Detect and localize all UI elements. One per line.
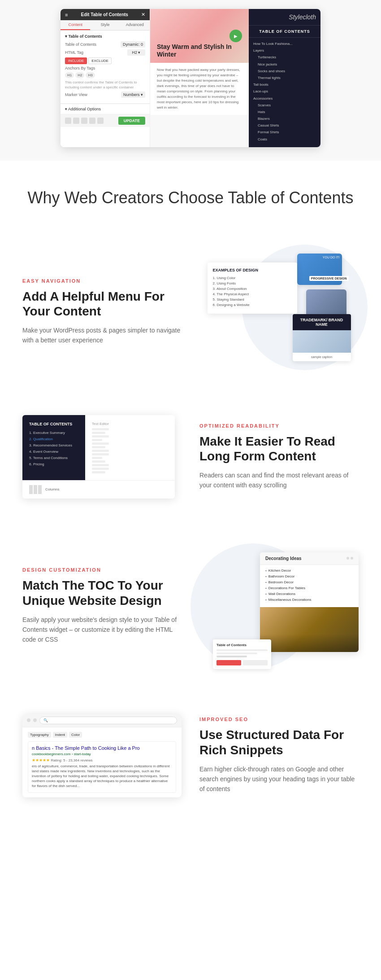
html-tag-label: HTML Tag bbox=[65, 50, 126, 55]
text-line bbox=[92, 439, 102, 441]
design-item-1: 1. Using Color bbox=[213, 276, 292, 280]
blog-content: Now that you have packed away your party… bbox=[150, 63, 249, 115]
toc-sidebar: Stylecloth TABLE OF CONTENTS How To Look… bbox=[249, 9, 320, 147]
seo-result: n Basics - The Simple Path to Cooking Li… bbox=[28, 741, 176, 793]
seo-text: IMPROVED SEO Use Structured Data For Ric… bbox=[199, 717, 359, 794]
decorating-item-2: Bathroom Decor bbox=[265, 574, 353, 578]
toc-item-6: 6. Pricing bbox=[29, 462, 78, 466]
small-row bbox=[216, 656, 247, 657]
readability-toc-title: TABLE OF CONTENTS bbox=[29, 422, 78, 426]
additional-options[interactable]: ▾ Additional Options bbox=[61, 104, 150, 114]
seo-title: Use Structured Data For Rich Snippets bbox=[199, 727, 359, 757]
blog-hero-text: Stay Warm and Stylish In Winter bbox=[157, 43, 242, 58]
tab-style[interactable]: Style bbox=[90, 20, 120, 30]
toc-item: Nice jackets bbox=[253, 62, 316, 67]
readability-title: Make It Easier To Read Long Form Content bbox=[199, 434, 359, 464]
text-line bbox=[92, 464, 109, 466]
toc-item-2: 2. Qualification bbox=[29, 437, 78, 441]
design-mockup: EXAMPLES OF DESIGN 1. Using Color 2. Usi… bbox=[208, 254, 351, 370]
anchors-label: Anchors By Tags bbox=[65, 66, 145, 70]
small-row bbox=[216, 652, 257, 654]
setting-color: Color bbox=[69, 732, 82, 738]
progressive-label: YOU DO IT! bbox=[297, 254, 342, 261]
editor-mockup: ≡ Edit Table of Contents ✕ Content Style… bbox=[61, 9, 320, 147]
toc-item-5: 5. Terms and Conditions bbox=[29, 456, 78, 460]
readability-text: OPTIMIZED READABILITY Make It Easier To … bbox=[199, 423, 359, 490]
text-line bbox=[92, 468, 109, 470]
readability-content: Text Editor bbox=[85, 415, 116, 480]
include-exclude-group: INCLUDE EXCLUDE bbox=[65, 57, 145, 64]
tab-content[interactable]: Content bbox=[61, 20, 90, 30]
customization-image: Decorating Ideas Kitchen Decor Bathroom … bbox=[199, 543, 359, 669]
marker-view-label: Marker View bbox=[65, 92, 119, 97]
easy-nav-text: EASY NAVIGATION Add A Helpful Menu For Y… bbox=[22, 278, 182, 346]
decorating-card: Decorating Ideas Kitchen Decor Bathroom … bbox=[260, 552, 359, 652]
toc-item-4: 4. Event Overview bbox=[29, 450, 78, 454]
customization-tag: DESIGN CUSTOMIZATION bbox=[22, 567, 182, 573]
footer-icon-4 bbox=[89, 118, 95, 124]
text-line bbox=[92, 435, 109, 438]
include-btn[interactable]: INCLUDE bbox=[65, 57, 87, 64]
editor-panel: ≡ Edit Table of Contents ✕ Content Style… bbox=[61, 9, 150, 147]
toc-item: Socks and shoes bbox=[253, 69, 316, 74]
seo-result-url: cookbookbeginners.com › start-today bbox=[32, 752, 172, 756]
editor-description: This control confirms the Table of Conte… bbox=[65, 80, 145, 90]
customization-desc: Easily apply your website's design style… bbox=[22, 615, 182, 645]
brand-card-header: TRADEMARK/ BRAND NAME bbox=[293, 314, 351, 330]
text-line bbox=[92, 446, 105, 448]
editor-panel-title: Edit Table of Contents bbox=[81, 12, 128, 17]
footer-icon-2 bbox=[73, 118, 79, 124]
footer-icon-1 bbox=[65, 118, 71, 124]
html-tag-value: H2 ▾ bbox=[127, 49, 145, 56]
play-button[interactable]: ▶ bbox=[229, 30, 242, 42]
seo-settings-row: Typography Indent Color bbox=[28, 732, 176, 738]
toc-row: Table of Contents Dynamic: 0 bbox=[65, 41, 145, 48]
editor-tabs: Content Style Advanced bbox=[61, 20, 150, 31]
room-image bbox=[260, 607, 359, 652]
editor-panel-small: Table of Contents bbox=[213, 639, 271, 669]
toc-sidebar-title: TABLE OF CONTENTS bbox=[249, 26, 320, 38]
readability-tag: OPTIMIZED READABILITY bbox=[199, 423, 359, 429]
exclude-btn[interactable]: EXCLUDE bbox=[88, 57, 112, 64]
why-section: Why Web Creators Choose Table of Content… bbox=[0, 161, 381, 231]
tab-advanced[interactable]: Advanced bbox=[120, 20, 150, 30]
decorating-item-4: Decorations For Tables bbox=[265, 586, 353, 590]
design-card-title: EXAMPLES OF DESIGN bbox=[213, 268, 292, 272]
readability-desc: Readers can scan and find the most relev… bbox=[199, 470, 359, 490]
anchor-tags: H1 H2 H3 bbox=[65, 72, 145, 78]
design-item-2: 2. Using Fonts bbox=[213, 281, 292, 285]
rating-text: Rating: 5 - 23,364 reviews bbox=[51, 758, 93, 762]
easy-nav-tag: EASY NAVIGATION bbox=[22, 278, 182, 284]
col-bar bbox=[38, 485, 42, 494]
nav-dot-1 bbox=[27, 718, 30, 722]
tag-h3: H3 bbox=[86, 72, 95, 78]
why-title: Why Web Creators Choose Table of Content… bbox=[18, 188, 363, 209]
seo-content: Typography Indent Color n Basics - The S… bbox=[22, 727, 182, 797]
toc-item: Tall boots bbox=[253, 82, 316, 87]
brand-card: TRADEMARK/ BRAND NAME sample caption bbox=[293, 314, 351, 361]
toc-item: Formal Shirts bbox=[253, 130, 316, 135]
star-rating: ★★★★★ bbox=[32, 758, 50, 762]
readability-section: TABLE OF CONTENTS 1. Executive Summary 2… bbox=[0, 393, 381, 521]
columns-icon bbox=[29, 485, 42, 494]
seo-search-bar[interactable]: 🔍 bbox=[39, 717, 177, 724]
footer-icons bbox=[65, 118, 104, 124]
blog-preview: Stay Warm and Stylish In Winter ▶ Now th… bbox=[150, 9, 249, 147]
brand-card-image bbox=[293, 330, 351, 353]
update-button[interactable]: UPDATE bbox=[118, 117, 145, 125]
readability-mockup: TABLE OF CONTENTS 1. Executive Summary 2… bbox=[22, 415, 182, 499]
customization-text: DESIGN CUSTOMIZATION Match The TOC To Yo… bbox=[22, 567, 182, 644]
nav-dot-2 bbox=[33, 718, 37, 722]
toc-item: Layers bbox=[253, 48, 316, 53]
small-btn-2 bbox=[243, 660, 268, 665]
small-btn-1 bbox=[216, 660, 241, 665]
design-item-3: 3. About Composition bbox=[213, 287, 292, 291]
toc-item: Coats bbox=[253, 137, 316, 142]
hamburger-icon: ≡ bbox=[65, 12, 68, 18]
dot-2 bbox=[351, 557, 353, 560]
seo-result-title: n Basics - The Simple Path to Cooking Li… bbox=[32, 745, 172, 751]
toc-value: Dynamic: 0 bbox=[121, 41, 145, 48]
easy-nav-desc: Make your WordPress posts & pages simple… bbox=[22, 325, 182, 346]
footer-icon-5 bbox=[97, 118, 104, 124]
text-line bbox=[92, 453, 109, 455]
